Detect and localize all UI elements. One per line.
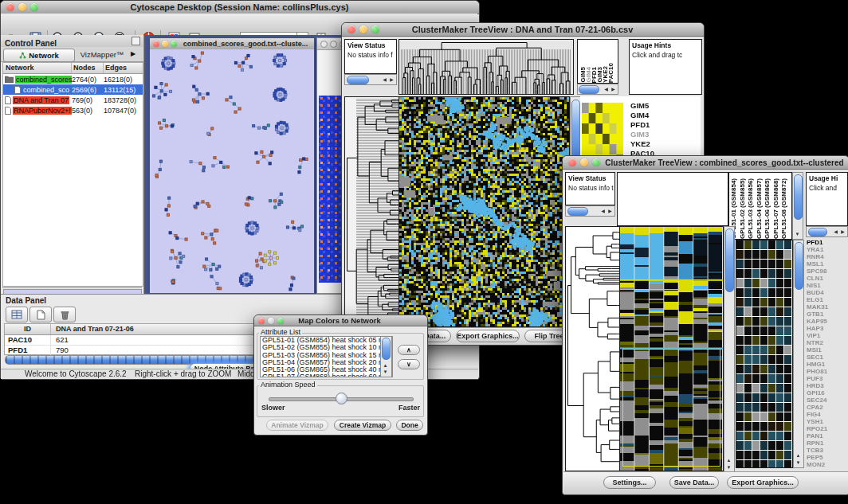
zoom-heatmap-canvas[interactable] [736,240,793,468]
minimize-button[interactable] [18,3,26,11]
minimize-button[interactable] [330,41,337,48]
gene-label[interactable]: CLN1 [807,275,846,282]
gene-label[interactable]: YKE2 [630,139,698,149]
gene-label[interactable]: MAK31 [807,303,846,311]
column-label[interactable]: GPL51-06 (GSM865) [764,178,772,239]
network-row[interactable]: DNA and Tran 07769(0)183728(0) [3,95,143,105]
column-labels-scrollbar[interactable]: ▼ [792,172,803,240]
gene-label[interactable]: GTB1 [807,311,846,318]
attribute-list-item[interactable]: GPL51-02 (GSM855) heat shock 10 min [261,344,392,351]
column-labels-scrollbar[interactable]: ◀▶ [577,84,618,95]
action-button[interactable]: Save Data... [669,476,719,489]
gene-label[interactable]: PUF3 [807,375,846,382]
zoom-button[interactable] [592,158,600,166]
gene-label[interactable]: CPA2 [807,404,846,411]
column-label[interactable]: GPL51-03 (GSM856) [747,178,756,239]
network-row[interactable]: RNAPuberNov2+!563(0)107847(0) [3,105,143,115]
column-label[interactable]: GPL51-02 (GSM855) [739,178,748,239]
select-attributes-button[interactable] [6,307,28,322]
gene-label[interactable]: RNR4 [807,253,846,260]
heatmap-canvas[interactable] [398,96,570,327]
action-button[interactable]: Export Graphics... [456,330,520,342]
gene-label[interactable]: ELG1 [807,296,846,303]
network-table-header[interactable]: Network Nodes Edges [3,63,143,74]
minimize-button[interactable] [359,25,367,33]
animation-slider-thumb[interactable] [336,393,347,404]
gene-label[interactable]: MSL1 [807,260,846,268]
close-button[interactable] [568,158,576,166]
gene-label[interactable]: HMG1 [807,361,846,368]
column-label[interactable]: PFD1 [591,67,596,83]
network-row[interactable]: combined_scores2764(0)16218(0) [3,74,143,84]
treeview-dna-titlebar[interactable]: ClusterMaker TreeView : DNA and Tran 07-… [342,23,704,37]
network-view-window[interactable]: combined_scores_good.txt--cluste... [149,37,315,294]
attribute-list-item[interactable]: GPL51-03 (GSM856) heat shock 15 min [261,352,392,359]
move-down-button[interactable]: ∨ [398,359,420,369]
gene-label[interactable]: GIM5 [630,101,698,111]
gene-label[interactable]: PHO81 [807,368,846,375]
delete-attribute-button[interactable] [53,307,76,322]
gene-label[interactable]: SEC24 [807,397,846,404]
column-label[interactable]: GPL51-08 (GSM872) [780,178,789,239]
attribute-list-item[interactable]: GPL51-06 (GSM865) heat shock 40 min [261,366,392,373]
gene-label[interactable]: GIM3 [630,130,698,139]
network-canvas[interactable] [150,49,314,293]
gene-label[interactable]: YRA1 [807,246,846,253]
gene-label[interactable]: GIM4 [630,111,698,120]
gene-label[interactable]: HRD3 [807,382,846,389]
treeview-combined-titlebar[interactable]: ClusterMaker TreeView : combined_scores_… [563,156,848,170]
minimize-button[interactable] [580,158,588,166]
column-label[interactable]: GIM3 [596,67,602,83]
animate-vizmap-button[interactable]: Animate Vizmap [266,420,328,431]
zoom-button[interactable] [171,41,177,47]
view-status-scrollbar[interactable]: ◀▶ [565,205,615,217]
column-dendrogram[interactable] [398,39,574,95]
gene-label[interactable]: RPO21 [807,425,846,432]
column-label[interactable]: GPL51-07 (GSM868) [772,178,781,239]
close-button[interactable] [320,41,328,48]
gene-label[interactable]: SEC1 [807,354,846,361]
gene-label[interactable]: SPC98 [807,268,846,275]
zoom-button[interactable] [30,3,38,11]
tab-overflow-button[interactable]: ▶ [131,50,135,57]
gene-label[interactable]: TCB3 [807,447,846,454]
view-status-scrollbar[interactable]: ◀▶ [344,74,397,85]
minimize-button[interactable] [268,318,274,324]
done-button[interactable]: Done [396,420,423,431]
minimize-button[interactable] [162,41,168,47]
cytoscape-titlebar[interactable]: Cytoscape Desktop (Session Name: collins… [1,1,479,14]
gene-label[interactable]: KAP95 [807,318,846,325]
gene-label[interactable]: PAN1 [807,432,846,440]
zoom-button[interactable] [277,318,284,324]
close-button[interactable] [258,318,265,324]
zoom-heatmap-scrollbar[interactable]: ▲▼ [793,240,804,468]
gene-label[interactable]: MSI1 [807,346,846,354]
close-button[interactable] [347,25,355,33]
action-button[interactable]: Export Graphics... [727,476,799,489]
move-up-button[interactable]: ∧ [398,345,420,355]
row-dendrogram[interactable] [344,96,399,327]
attribute-list-item[interactable]: GPL51-07 (GSM868) heat shock 60 min [261,373,392,377]
close-button[interactable] [6,3,14,11]
attribute-list-scrollbar[interactable]: ▲▼ [380,336,392,377]
action-button[interactable]: Settings... [603,476,656,489]
float-panel-icon[interactable] [132,37,140,45]
row-dendrogram[interactable] [565,226,620,471]
column-label[interactable]: GIM4 [585,67,591,83]
gene-label[interactable]: FIG4 [807,411,846,418]
network-row[interactable]: combined_sco2569(6)13112(15) [3,84,143,95]
attribute-list-item[interactable]: GPL51-01 (GSM854) heat shock 05 min [261,337,392,344]
zoom-button[interactable] [371,25,379,33]
close-button[interactable] [153,41,159,47]
column-label[interactable]: GIM5 [579,67,585,83]
tab-network[interactable]: Network [3,49,75,62]
gene-label[interactable]: YSH1 [807,418,846,425]
gene-label[interactable]: VIP1 [807,332,846,339]
gene-label[interactable]: RPN1 [807,440,846,447]
gene-label[interactable]: BUD4 [807,289,846,296]
new-attribute-button[interactable] [29,307,52,322]
gene-label[interactable]: HAP3 [807,325,846,332]
heatmap-selection-rect[interactable] [622,349,720,467]
heatmap-vscrollbar[interactable]: ▲▼ [724,226,735,473]
map-dialog-titlebar[interactable]: Map Colors to Network [254,315,427,326]
